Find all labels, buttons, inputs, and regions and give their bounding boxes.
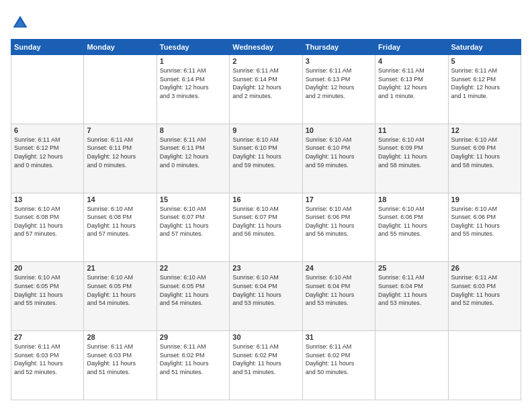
day-cell: 26Sunrise: 6:11 AM Sunset: 6:03 PM Dayli… (448, 262, 521, 331)
day-info: Sunrise: 6:11 AM Sunset: 6:02 PM Dayligh… (306, 342, 372, 376)
day-cell: 31Sunrise: 6:11 AM Sunset: 6:02 PM Dayli… (302, 331, 375, 400)
day-number: 26 (451, 264, 518, 272)
logo-icon (11, 13, 30, 32)
day-number: 10 (306, 126, 372, 134)
day-cell: 14Sunrise: 6:10 AM Sunset: 6:08 PM Dayli… (84, 193, 157, 262)
day-info: Sunrise: 6:10 AM Sunset: 6:05 PM Dayligh… (160, 273, 226, 307)
day-info: Sunrise: 6:11 AM Sunset: 6:03 PM Dayligh… (451, 273, 518, 307)
day-info: Sunrise: 6:11 AM Sunset: 6:14 PM Dayligh… (232, 66, 299, 100)
header (11, 11, 521, 32)
day-number: 1 (160, 57, 226, 65)
day-cell: 11Sunrise: 6:10 AM Sunset: 6:09 PM Dayli… (375, 124, 448, 193)
day-cell: 16Sunrise: 6:10 AM Sunset: 6:07 PM Dayli… (230, 193, 302, 262)
day-number: 22 (160, 264, 226, 272)
day-number: 28 (87, 333, 153, 341)
day-cell: 10Sunrise: 6:10 AM Sunset: 6:10 PM Dayli… (302, 124, 375, 193)
day-cell (11, 55, 84, 124)
day-info: Sunrise: 6:11 AM Sunset: 6:12 PM Dayligh… (451, 66, 518, 100)
day-number: 7 (87, 126, 153, 134)
day-number: 11 (378, 126, 445, 134)
week-row-2: 6Sunrise: 6:11 AM Sunset: 6:12 PM Daylig… (11, 124, 521, 193)
day-cell: 19Sunrise: 6:10 AM Sunset: 6:06 PM Dayli… (448, 193, 521, 262)
day-cell: 9Sunrise: 6:10 AM Sunset: 6:10 PM Daylig… (230, 124, 302, 193)
day-cell: 7Sunrise: 6:11 AM Sunset: 6:11 PM Daylig… (84, 124, 157, 193)
day-info: Sunrise: 6:10 AM Sunset: 6:06 PM Dayligh… (306, 205, 372, 238)
day-info: Sunrise: 6:10 AM Sunset: 6:10 PM Dayligh… (306, 136, 372, 169)
day-info: Sunrise: 6:10 AM Sunset: 6:09 PM Dayligh… (451, 136, 518, 169)
day-info: Sunrise: 6:11 AM Sunset: 6:11 PM Dayligh… (87, 136, 153, 169)
week-row-4: 20Sunrise: 6:10 AM Sunset: 6:05 PM Dayli… (11, 262, 521, 331)
day-info: Sunrise: 6:10 AM Sunset: 6:09 PM Dayligh… (378, 136, 445, 169)
day-cell: 18Sunrise: 6:10 AM Sunset: 6:06 PM Dayli… (375, 193, 448, 262)
day-info: Sunrise: 6:10 AM Sunset: 6:08 PM Dayligh… (14, 205, 81, 238)
day-cell: 3Sunrise: 6:11 AM Sunset: 6:13 PM Daylig… (302, 55, 375, 124)
day-number: 17 (306, 195, 372, 203)
day-number: 27 (14, 333, 81, 341)
day-cell: 13Sunrise: 6:10 AM Sunset: 6:08 PM Dayli… (11, 193, 84, 262)
day-number: 9 (232, 126, 299, 134)
day-info: Sunrise: 6:10 AM Sunset: 6:06 PM Dayligh… (451, 205, 518, 238)
day-number: 20 (14, 264, 81, 272)
day-info: Sunrise: 6:11 AM Sunset: 6:13 PM Dayligh… (306, 66, 372, 100)
day-info: Sunrise: 6:10 AM Sunset: 6:04 PM Dayligh… (306, 273, 372, 307)
day-info: Sunrise: 6:11 AM Sunset: 6:03 PM Dayligh… (87, 342, 153, 376)
day-info: Sunrise: 6:10 AM Sunset: 6:07 PM Dayligh… (160, 205, 226, 238)
day-cell: 23Sunrise: 6:10 AM Sunset: 6:04 PM Dayli… (230, 262, 302, 331)
week-row-3: 13Sunrise: 6:10 AM Sunset: 6:08 PM Dayli… (11, 193, 521, 262)
week-row-1: 1Sunrise: 6:11 AM Sunset: 6:14 PM Daylig… (11, 55, 521, 124)
week-row-5: 27Sunrise: 6:11 AM Sunset: 6:03 PM Dayli… (11, 331, 521, 400)
day-number: 30 (232, 333, 299, 341)
day-info: Sunrise: 6:11 AM Sunset: 6:13 PM Dayligh… (378, 66, 445, 100)
day-number: 25 (378, 264, 445, 272)
day-number: 6 (14, 126, 81, 134)
day-cell (84, 55, 157, 124)
day-cell: 2Sunrise: 6:11 AM Sunset: 6:14 PM Daylig… (230, 55, 302, 124)
day-info: Sunrise: 6:10 AM Sunset: 6:05 PM Dayligh… (87, 273, 153, 307)
day-number: 4 (378, 57, 445, 65)
weekday-header-thursday: Thursday (302, 40, 375, 55)
day-cell: 30Sunrise: 6:11 AM Sunset: 6:02 PM Dayli… (230, 331, 302, 400)
day-cell: 5Sunrise: 6:11 AM Sunset: 6:12 PM Daylig… (448, 55, 521, 124)
day-cell: 29Sunrise: 6:11 AM Sunset: 6:02 PM Dayli… (157, 331, 229, 400)
day-number: 24 (306, 264, 372, 272)
day-info: Sunrise: 6:10 AM Sunset: 6:04 PM Dayligh… (232, 273, 299, 307)
day-number: 2 (232, 57, 299, 65)
day-number: 3 (306, 57, 372, 65)
day-cell: 12Sunrise: 6:10 AM Sunset: 6:09 PM Dayli… (448, 124, 521, 193)
page: SundayMondayTuesdayWednesdayThursdayFrid… (0, 0, 532, 411)
calendar-table: SundayMondayTuesdayWednesdayThursdayFrid… (11, 39, 521, 400)
day-cell: 4Sunrise: 6:11 AM Sunset: 6:13 PM Daylig… (375, 55, 448, 124)
day-cell: 22Sunrise: 6:10 AM Sunset: 6:05 PM Dayli… (157, 262, 229, 331)
day-info: Sunrise: 6:10 AM Sunset: 6:05 PM Dayligh… (14, 273, 81, 307)
day-cell (375, 331, 448, 400)
day-info: Sunrise: 6:11 AM Sunset: 6:02 PM Dayligh… (160, 342, 226, 376)
day-number: 12 (451, 126, 518, 134)
day-number: 5 (451, 57, 518, 65)
day-number: 18 (378, 195, 445, 203)
day-number: 8 (160, 126, 226, 134)
day-cell: 21Sunrise: 6:10 AM Sunset: 6:05 PM Dayli… (84, 262, 157, 331)
day-info: Sunrise: 6:10 AM Sunset: 6:06 PM Dayligh… (378, 205, 445, 238)
day-cell: 6Sunrise: 6:11 AM Sunset: 6:12 PM Daylig… (11, 124, 84, 193)
day-cell: 28Sunrise: 6:11 AM Sunset: 6:03 PM Dayli… (84, 331, 157, 400)
day-info: Sunrise: 6:10 AM Sunset: 6:07 PM Dayligh… (232, 205, 299, 238)
day-cell: 17Sunrise: 6:10 AM Sunset: 6:06 PM Dayli… (302, 193, 375, 262)
day-info: Sunrise: 6:11 AM Sunset: 6:11 PM Dayligh… (160, 136, 226, 169)
day-number: 31 (306, 333, 372, 341)
day-number: 13 (14, 195, 81, 203)
day-cell: 25Sunrise: 6:11 AM Sunset: 6:04 PM Dayli… (375, 262, 448, 331)
day-cell: 24Sunrise: 6:10 AM Sunset: 6:04 PM Dayli… (302, 262, 375, 331)
day-info: Sunrise: 6:11 AM Sunset: 6:02 PM Dayligh… (232, 342, 299, 376)
weekday-header-wednesday: Wednesday (230, 40, 302, 55)
day-number: 21 (87, 264, 153, 272)
day-cell: 8Sunrise: 6:11 AM Sunset: 6:11 PM Daylig… (157, 124, 229, 193)
day-cell (448, 331, 521, 400)
day-cell: 15Sunrise: 6:10 AM Sunset: 6:07 PM Dayli… (157, 193, 229, 262)
day-cell: 27Sunrise: 6:11 AM Sunset: 6:03 PM Dayli… (11, 331, 84, 400)
day-number: 14 (87, 195, 153, 203)
weekday-header-tuesday: Tuesday (157, 40, 229, 55)
day-info: Sunrise: 6:11 AM Sunset: 6:03 PM Dayligh… (14, 342, 81, 376)
day-cell: 1Sunrise: 6:11 AM Sunset: 6:14 PM Daylig… (157, 55, 229, 124)
day-info: Sunrise: 6:11 AM Sunset: 6:04 PM Dayligh… (378, 273, 445, 307)
weekday-header-monday: Monday (84, 40, 157, 55)
